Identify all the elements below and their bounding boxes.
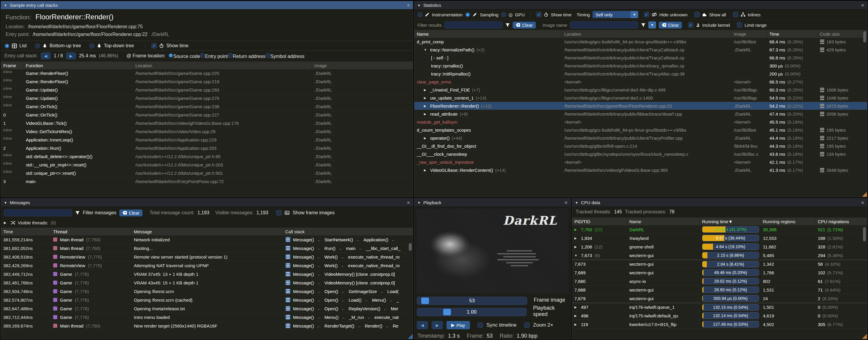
radio-icon[interactable] [465, 12, 470, 17]
table-row[interactable]: ▶read_attribute(+8)/home/wolf/darkrl/con… [414, 110, 867, 118]
callstack-cell[interactable]: Message()←Run()←main←__libc_start_call_ [283, 246, 413, 251]
table-row[interactable]: ▶VideoGLBase::RenderContent()(+14)/home/… [414, 166, 867, 174]
callstack-icon[interactable] [285, 280, 290, 285]
table-row[interactable]: ▶operator()(+44)/home/wolf/darkrl/contri… [414, 134, 867, 142]
expand-icon[interactable]: ▶ [424, 96, 428, 100]
speed-slider[interactable]: 1.00 [417, 308, 527, 316]
table-row[interactable]: 382,504,746nsGame(7,776)Opening /forest.… [1, 287, 413, 296]
checkbox-icon[interactable]: ✓ [688, 22, 693, 28]
table-row[interactable]: inlineVideo::GetTicksHiRes()/home/wolf/d… [1, 128, 413, 136]
expand-icon[interactable]: ▶ [424, 136, 428, 140]
cpu-titlebar[interactable]: ▼ CPU data × [572, 199, 867, 207]
hide-unknown-toggle[interactable]: ✓ Hide unknown [644, 12, 687, 17]
callstack-cell[interactable]: Message()←Work()←execute_native_thread_r… [283, 263, 413, 268]
frame-location-radio[interactable]: Symbol address [266, 54, 305, 59]
expand-icon[interactable]: ▶ [424, 169, 428, 172]
table-row[interactable]: d_count_templates_scopes/usr/src/debug/g… [414, 126, 867, 134]
callstack-cell[interactable]: Message()←VideoMemory() [clone .constpro… [283, 271, 413, 277]
expand-icon[interactable]: ▶ [575, 245, 579, 249]
callstack-icon[interactable] [285, 263, 290, 268]
scrollbar-thumb[interactable] [409, 243, 412, 251]
table-row[interactable]: ▶497irq/176-iwlwifi:queue_1132.15 ms (0.… [572, 303, 867, 311]
frame-location-radio[interactable]: Entry point [200, 54, 228, 59]
table-row[interactable]: 1VideoGLBase::Tick()/home/wolf/darkrl/sr… [1, 119, 413, 128]
funnel-icon[interactable] [505, 23, 510, 27]
close-icon[interactable]: × [407, 200, 410, 205]
callstacks-titlebar[interactable]: ▼ Sample entry call stacks × [1, 1, 413, 9]
close-icon[interactable]: × [407, 3, 410, 8]
callstack-icon[interactable] [285, 237, 290, 242]
radio-gpu[interactable]: ◎ GPU [501, 12, 525, 18]
statistics-titlebar[interactable]: ▼ Statistics × [414, 1, 867, 9]
table-row[interactable]: 381,559,214nsMain thread(7,750)Network i… [1, 235, 413, 244]
filter-results-input[interactable] [444, 21, 503, 29]
column-header[interactable]: Location [133, 61, 312, 69]
callstack-cell[interactable]: Message()←Work()←execute_native_thread_r… [283, 254, 413, 259]
image-dropdown-button[interactable]: ▼ [648, 21, 656, 29]
step-forward-button[interactable]: ▶ [432, 321, 443, 329]
column-header[interactable]: Code size [817, 30, 867, 38]
table-row[interactable]: 0Game::OnTick()/home/wolf/darkrl/src/gam… [1, 111, 413, 119]
radio-instrumentation[interactable]: Instrumentation [417, 12, 463, 17]
callstack-cell[interactable]: Message()←Menu()←_M_run←execute_nat [283, 314, 413, 320]
table-row[interactable]: 7,680async-io29.02 ms (0.12%)80261(7.61%… [572, 277, 867, 286]
expand-icon[interactable]: ▶ [575, 306, 579, 309]
expand-icon[interactable]: ▶ [4, 221, 8, 225]
table-row[interactable]: tracy::InitRpmalloc()/home/wolf/darkrl/c… [414, 70, 867, 78]
table-row[interactable]: ▶7,750(22)DarkRL10.04 s (41.37%)30,38852… [572, 225, 867, 234]
timing-dropdown[interactable]: Self only ▼ [592, 11, 638, 18]
table-row[interactable]: d_print_comp/usr/src/debug/gcc-build/x86… [414, 38, 867, 46]
table-row[interactable]: _raw_spin_unlock_irqrestore<kernel><kern… [414, 158, 867, 166]
expand-icon[interactable]: ▶ [575, 314, 579, 317]
checkbox-icon[interactable]: ✓ [737, 22, 742, 28]
scrollbar-thumb[interactable] [863, 31, 866, 42]
table-row[interactable]: ▶1,206(12)gnome-shell4.64 s (19.10%)11,6… [572, 243, 867, 251]
frame-image[interactable]: DarkRL [416, 209, 568, 294]
table-row[interactable]: inlineGame::Update()/home/wolf/darkrl/sr… [1, 86, 413, 94]
column-header[interactable]: Running regions [761, 218, 815, 225]
radio-icon[interactable] [266, 53, 271, 58]
expand-icon[interactable]: ▶ [424, 104, 428, 108]
callstack-cell[interactable]: Message()←StartNetwork()←Application()← [283, 237, 413, 242]
table-row[interactable]: 7,688wezterm-gui28.93 ms (0.12%)1,53171(… [572, 286, 867, 294]
callstack-icon[interactable] [285, 271, 290, 277]
column-header[interactable]: Image [732, 30, 767, 38]
table-row[interactable]: clear_page_erms<kernel><kernel>66.5 ms(0… [414, 78, 867, 86]
callstack-icon[interactable] [285, 289, 290, 294]
callstack-cell[interactable]: Message()←Open()←Load()←Menu()←_ [283, 297, 413, 303]
column-header[interactable]: CPU migrations [815, 218, 867, 225]
collapse-icon[interactable]: ▼ [575, 201, 578, 204]
column-header[interactable]: PID/TID [572, 218, 627, 225]
callstack-icon[interactable] [285, 323, 290, 329]
table-row[interactable]: ▼7,673(5)wezterm-gui2.15 s (8.86%)5,4852… [572, 251, 867, 260]
column-header[interactable]: Name [627, 218, 700, 225]
radio-icon[interactable] [168, 53, 173, 58]
table-row[interactable]: 381,692,052nsMain thread(7,750)Booting..… [1, 244, 413, 253]
table-row[interactable]: ▼tracy::NormalizePath()(+2)/home/wolf/da… [414, 46, 867, 54]
column-header[interactable]: Message [131, 228, 283, 235]
expand-icon[interactable]: ▼ [575, 254, 579, 257]
table-row[interactable]: 382,449,712nsGame(7,776)VRAM 37x45: 13 +… [1, 270, 413, 279]
message-filter-input[interactable] [4, 209, 72, 216]
callstack-icon[interactable] [285, 246, 290, 251]
column-header[interactable]: Frame [1, 61, 24, 69]
expand-icon[interactable]: ▶ [424, 112, 428, 116]
table-row[interactable]: ▶496irq/175-iwlwifi:default_qu132.14 ms … [572, 311, 867, 320]
checkbox-icon[interactable]: ✓ [733, 12, 738, 17]
column-header[interactable]: Name [414, 30, 562, 38]
checkbox-icon[interactable]: ✓ [536, 12, 541, 17]
table-row[interactable]: inlineGame::OnTick()/home/wolf/darkrl/sr… [1, 103, 413, 111]
radio-icon[interactable] [501, 12, 506, 17]
callstack-cell[interactable]: Message()←Open()←GetImageSize←Load( [283, 289, 413, 294]
table-row[interactable]: inlinestd::default_delete<>::operator()(… [1, 152, 413, 161]
show-time-toggle[interactable]: ✓ Show time [536, 12, 571, 17]
column-header[interactable]: Time [1, 228, 51, 235]
table-row[interactable]: ▶119kworker/u17:0+i915_flip127.48 ms (0.… [572, 320, 867, 329]
callstack-icon[interactable] [285, 254, 290, 259]
callstack-cell[interactable]: Message()←VideoMemory() [clone .constpro… [283, 280, 413, 285]
speed-slider-handle[interactable] [443, 309, 451, 315]
radio-icon[interactable] [200, 53, 205, 58]
show-all-toggle[interactable]: ✓ Show all [694, 12, 726, 17]
expand-icon[interactable]: ▶ [575, 236, 579, 240]
resize-grip[interactable] [862, 192, 867, 197]
